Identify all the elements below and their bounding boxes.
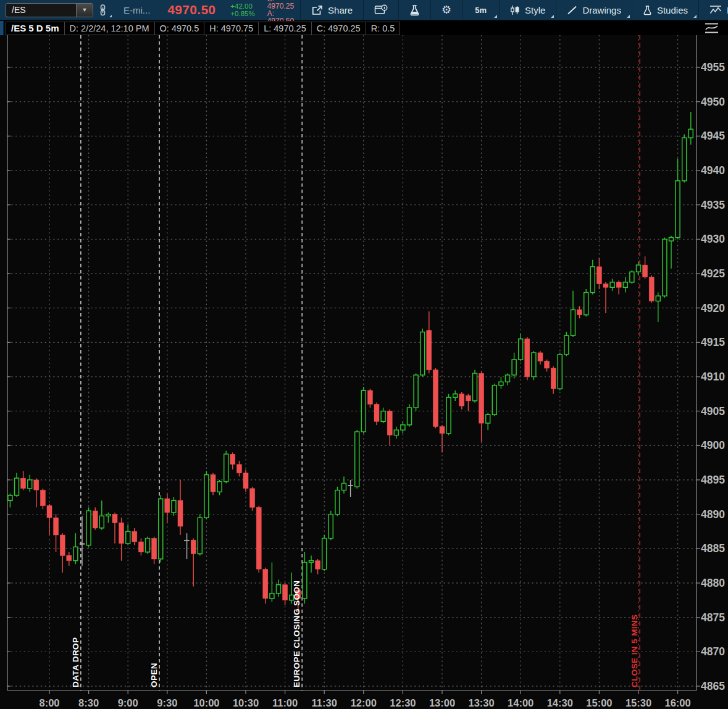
candle — [420, 329, 425, 377]
candle — [93, 508, 98, 530]
y-axis-label: 4870 — [701, 645, 725, 658]
x-axis-label: 14:00 — [508, 697, 533, 708]
candle — [512, 353, 516, 379]
instrument-name: E-mi... — [112, 5, 164, 15]
ohlc-field: D: 2/2/24, 12:10 PM — [64, 22, 155, 35]
ohlc-field: H: 4970.75 — [204, 22, 259, 35]
candle — [236, 461, 241, 476]
y-axis-label: 4895 — [701, 474, 725, 486]
candle — [355, 430, 359, 489]
x-axis-label: 11:00 — [272, 697, 298, 708]
gear-icon: ⚙ — [441, 4, 451, 15]
y-axis-label: 4865 — [701, 680, 725, 692]
style-label: Style — [525, 5, 545, 15]
x-axis-label: 9:00 — [118, 697, 138, 708]
bid-price: B: 4970.25 — [267, 0, 294, 10]
y-axis-label: 4885 — [701, 542, 725, 555]
ohlc-field: L: 4970.25 — [258, 22, 312, 35]
event-label: OPEN — [149, 663, 159, 687]
candle — [47, 504, 52, 535]
candle — [256, 506, 261, 573]
candle — [414, 373, 418, 411]
candle — [270, 563, 274, 602]
candle — [146, 537, 150, 554]
price-chart[interactable]: DATA DROPOPENEUROPE CLOSING SOONCLOSE IN… — [0, 35, 728, 709]
candle — [519, 334, 523, 361]
drawings-line-icon — [567, 6, 577, 15]
price-chart-canvas[interactable]: DATA DROPOPENEUROPE CLOSING SOONCLOSE IN… — [0, 35, 728, 709]
candle — [649, 275, 654, 303]
candle — [21, 471, 26, 490]
dropdown-corner-icon — [627, 15, 630, 18]
candle — [433, 368, 438, 428]
candle — [230, 452, 235, 469]
candle — [610, 279, 614, 290]
candle — [499, 377, 503, 388]
patterns-button[interactable]: Patterns — [699, 0, 728, 20]
candle — [525, 337, 530, 380]
candle — [250, 487, 255, 511]
candle — [15, 473, 19, 497]
candle — [165, 493, 170, 522]
symbol-dropdown-button[interactable]: ▼ — [76, 4, 93, 17]
candle — [40, 489, 45, 509]
style-button[interactable]: Style — [500, 0, 556, 20]
x-axis-label: 14:30 — [547, 697, 573, 708]
candle — [243, 469, 248, 492]
analyze-flask-button[interactable] — [399, 0, 430, 20]
candle — [564, 332, 569, 356]
chart-header: /ES 5 D 5m D: 2/2/24, 12:10 PMO: 4970.5H… — [0, 21, 728, 35]
candle — [558, 353, 562, 390]
drawings-label: Drawings — [582, 5, 621, 15]
chart-describer-button[interactable] — [364, 0, 398, 20]
candle — [459, 392, 464, 409]
candle — [479, 372, 484, 442]
candle — [99, 500, 104, 529]
candle — [119, 518, 124, 561]
y-axis-label: 4890 — [701, 508, 725, 521]
candle — [34, 478, 39, 507]
y-axis-label: 4905 — [701, 405, 725, 417]
candle — [616, 280, 621, 294]
candle — [28, 475, 32, 492]
candle — [277, 579, 281, 597]
candle — [204, 471, 209, 519]
y-axis-label: 4875 — [701, 611, 725, 624]
x-axis-label: 12:30 — [390, 697, 416, 708]
ohlc-field: O: 4970.5 — [154, 22, 205, 35]
candle — [106, 513, 111, 523]
candle — [224, 451, 228, 484]
y-axis-label: 4945 — [701, 130, 725, 142]
chart-style-icon — [510, 5, 520, 15]
candle — [112, 513, 117, 543]
x-axis-label: 11:30 — [312, 697, 337, 708]
candle — [178, 480, 183, 535]
ohlc-field: C: 4970.25 — [311, 22, 366, 35]
candle — [682, 135, 687, 183]
candle — [394, 427, 398, 438]
candle — [126, 524, 130, 545]
symbol-value: /ES — [6, 4, 76, 17]
share-button[interactable]: Share — [301, 0, 363, 20]
y-axis-label: 4950 — [701, 96, 725, 108]
candles — [8, 112, 693, 612]
collapse-pane-icon[interactable] — [703, 22, 720, 36]
drawings-button[interactable]: Drawings — [556, 0, 632, 20]
candle — [211, 473, 215, 495]
settings-gear-button[interactable]: ⚙ — [431, 0, 462, 20]
studies-button[interactable]: Studies — [632, 0, 698, 20]
share-icon — [311, 5, 323, 15]
change-block: +42.00 +0.85% — [224, 2, 261, 17]
candle — [486, 413, 490, 430]
price-change-percent: +0.85% — [230, 10, 254, 17]
candle — [328, 511, 333, 540]
candle — [551, 366, 556, 394]
dropdown-corner-icon — [693, 15, 697, 18]
candle — [86, 508, 91, 547]
candle — [367, 388, 372, 408]
candle — [191, 539, 196, 587]
timeframe-button[interactable]: 5m — [462, 0, 499, 20]
symbol-input[interactable]: /ES ▼ — [6, 3, 93, 17]
event-label: CLOSE IN 5 MINS — [630, 614, 639, 687]
link-icon[interactable] — [93, 0, 112, 20]
